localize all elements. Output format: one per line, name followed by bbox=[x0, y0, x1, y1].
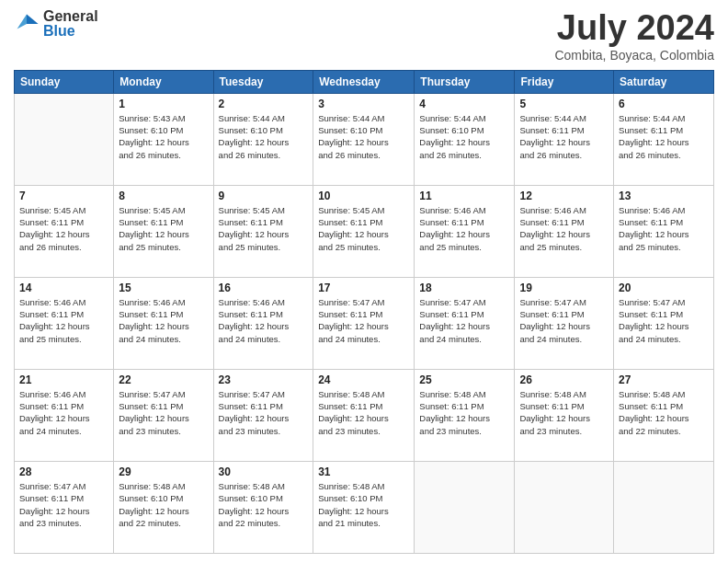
day-info: Sunrise: 5:47 AM Sunset: 6:11 PM Dayligh… bbox=[619, 296, 709, 345]
table-row: 30Sunrise: 5:48 AM Sunset: 6:10 PM Dayli… bbox=[213, 461, 313, 553]
day-number: 1 bbox=[119, 98, 208, 110]
day-number: 20 bbox=[619, 282, 709, 294]
table-row: 5Sunrise: 5:44 AM Sunset: 6:11 PM Daylig… bbox=[515, 93, 614, 185]
day-number: 19 bbox=[519, 282, 609, 294]
day-number: 31 bbox=[318, 465, 409, 478]
logo: General Blue bbox=[14, 9, 98, 39]
day-number: 29 bbox=[119, 465, 208, 478]
day-number: 24 bbox=[318, 373, 409, 386]
day-number: 16 bbox=[219, 282, 309, 294]
col-saturday: Saturday bbox=[614, 70, 714, 93]
day-info: Sunrise: 5:46 AM Sunset: 6:11 PM Dayligh… bbox=[619, 204, 709, 253]
day-info: Sunrise: 5:48 AM Sunset: 6:11 PM Dayligh… bbox=[318, 388, 409, 437]
table-row bbox=[415, 461, 515, 553]
day-info: Sunrise: 5:44 AM Sunset: 6:11 PM Dayligh… bbox=[619, 112, 709, 161]
table-row: 24Sunrise: 5:48 AM Sunset: 6:11 PM Dayli… bbox=[313, 369, 415, 461]
day-number: 28 bbox=[19, 465, 108, 478]
col-monday: Monday bbox=[114, 70, 213, 93]
table-row: 28Sunrise: 5:47 AM Sunset: 6:11 PM Dayli… bbox=[15, 461, 114, 553]
day-info: Sunrise: 5:45 AM Sunset: 6:11 PM Dayligh… bbox=[119, 204, 208, 253]
day-info: Sunrise: 5:44 AM Sunset: 6:10 PM Dayligh… bbox=[219, 112, 309, 161]
table-row bbox=[614, 461, 714, 553]
table-row: 12Sunrise: 5:46 AM Sunset: 6:11 PM Dayli… bbox=[515, 185, 614, 277]
day-info: Sunrise: 5:48 AM Sunset: 6:11 PM Dayligh… bbox=[419, 388, 509, 437]
day-info: Sunrise: 5:46 AM Sunset: 6:11 PM Dayligh… bbox=[119, 296, 208, 345]
calendar-row: 28Sunrise: 5:47 AM Sunset: 6:11 PM Dayli… bbox=[15, 461, 714, 553]
day-info: Sunrise: 5:45 AM Sunset: 6:11 PM Dayligh… bbox=[318, 204, 409, 253]
day-info: Sunrise: 5:44 AM Sunset: 6:10 PM Dayligh… bbox=[318, 112, 409, 161]
day-number: 2 bbox=[219, 98, 309, 110]
day-number: 10 bbox=[318, 190, 409, 202]
day-info: Sunrise: 5:45 AM Sunset: 6:11 PM Dayligh… bbox=[19, 204, 108, 253]
table-row: 10Sunrise: 5:45 AM Sunset: 6:11 PM Dayli… bbox=[313, 185, 415, 277]
table-row: 11Sunrise: 5:46 AM Sunset: 6:11 PM Dayli… bbox=[415, 185, 515, 277]
day-number: 21 bbox=[19, 373, 108, 386]
col-thursday: Thursday bbox=[415, 70, 515, 93]
logo-icon bbox=[14, 11, 40, 37]
table-row: 29Sunrise: 5:48 AM Sunset: 6:10 PM Dayli… bbox=[114, 461, 213, 553]
day-number: 18 bbox=[419, 282, 509, 294]
day-info: Sunrise: 5:46 AM Sunset: 6:11 PM Dayligh… bbox=[519, 204, 609, 253]
day-info: Sunrise: 5:48 AM Sunset: 6:11 PM Dayligh… bbox=[519, 388, 609, 437]
day-number: 23 bbox=[219, 373, 309, 386]
table-row: 6Sunrise: 5:44 AM Sunset: 6:11 PM Daylig… bbox=[614, 93, 714, 185]
day-info: Sunrise: 5:44 AM Sunset: 6:11 PM Dayligh… bbox=[519, 112, 609, 161]
table-row: 2Sunrise: 5:44 AM Sunset: 6:10 PM Daylig… bbox=[213, 93, 313, 185]
page: General Blue July 2024 Combita, Boyaca, … bbox=[0, 0, 728, 563]
table-row: 23Sunrise: 5:47 AM Sunset: 6:11 PM Dayli… bbox=[213, 369, 313, 461]
day-info: Sunrise: 5:47 AM Sunset: 6:11 PM Dayligh… bbox=[19, 480, 108, 529]
logo-blue-text: Blue bbox=[43, 24, 98, 39]
calendar-header-row: Sunday Monday Tuesday Wednesday Thursday… bbox=[15, 70, 714, 93]
col-wednesday: Wednesday bbox=[313, 70, 415, 93]
table-row: 14Sunrise: 5:46 AM Sunset: 6:11 PM Dayli… bbox=[15, 277, 114, 369]
calendar-table: Sunday Monday Tuesday Wednesday Thursday… bbox=[14, 70, 714, 554]
day-info: Sunrise: 5:45 AM Sunset: 6:11 PM Dayligh… bbox=[219, 204, 309, 253]
location: Combita, Boyaca, Colombia bbox=[554, 48, 714, 63]
day-number: 9 bbox=[219, 190, 309, 202]
table-row bbox=[515, 461, 614, 553]
table-row: 13Sunrise: 5:46 AM Sunset: 6:11 PM Dayli… bbox=[614, 185, 714, 277]
table-row: 22Sunrise: 5:47 AM Sunset: 6:11 PM Dayli… bbox=[114, 369, 213, 461]
day-number: 27 bbox=[619, 373, 709, 386]
day-info: Sunrise: 5:43 AM Sunset: 6:10 PM Dayligh… bbox=[119, 112, 208, 161]
col-tuesday: Tuesday bbox=[213, 70, 313, 93]
table-row: 4Sunrise: 5:44 AM Sunset: 6:10 PM Daylig… bbox=[415, 93, 515, 185]
col-friday: Friday bbox=[515, 70, 614, 93]
calendar-row: 7Sunrise: 5:45 AM Sunset: 6:11 PM Daylig… bbox=[15, 185, 714, 277]
day-info: Sunrise: 5:48 AM Sunset: 6:10 PM Dayligh… bbox=[318, 480, 409, 529]
day-info: Sunrise: 5:47 AM Sunset: 6:11 PM Dayligh… bbox=[119, 388, 208, 437]
day-info: Sunrise: 5:47 AM Sunset: 6:11 PM Dayligh… bbox=[419, 296, 509, 345]
table-row: 25Sunrise: 5:48 AM Sunset: 6:11 PM Dayli… bbox=[415, 369, 515, 461]
logo-general-text: General bbox=[43, 9, 98, 24]
day-info: Sunrise: 5:48 AM Sunset: 6:11 PM Dayligh… bbox=[619, 388, 709, 437]
day-info: Sunrise: 5:47 AM Sunset: 6:11 PM Dayligh… bbox=[219, 388, 309, 437]
table-row: 17Sunrise: 5:47 AM Sunset: 6:11 PM Dayli… bbox=[313, 277, 415, 369]
day-number: 4 bbox=[419, 98, 509, 110]
calendar-row: 21Sunrise: 5:46 AM Sunset: 6:11 PM Dayli… bbox=[15, 369, 714, 461]
day-number: 25 bbox=[419, 373, 509, 386]
calendar-row: 14Sunrise: 5:46 AM Sunset: 6:11 PM Dayli… bbox=[15, 277, 714, 369]
day-number: 3 bbox=[318, 98, 409, 110]
day-number: 26 bbox=[519, 373, 609, 386]
day-number: 8 bbox=[119, 190, 208, 202]
day-number: 6 bbox=[619, 98, 709, 110]
day-number: 7 bbox=[19, 190, 108, 202]
day-info: Sunrise: 5:44 AM Sunset: 6:10 PM Dayligh… bbox=[419, 112, 509, 161]
table-row: 20Sunrise: 5:47 AM Sunset: 6:11 PM Dayli… bbox=[614, 277, 714, 369]
day-number: 5 bbox=[519, 98, 609, 110]
table-row: 21Sunrise: 5:46 AM Sunset: 6:11 PM Dayli… bbox=[15, 369, 114, 461]
table-row: 8Sunrise: 5:45 AM Sunset: 6:11 PM Daylig… bbox=[114, 185, 213, 277]
day-info: Sunrise: 5:48 AM Sunset: 6:10 PM Dayligh… bbox=[119, 480, 208, 529]
calendar-row: 1Sunrise: 5:43 AM Sunset: 6:10 PM Daylig… bbox=[15, 93, 714, 185]
day-info: Sunrise: 5:46 AM Sunset: 6:11 PM Dayligh… bbox=[219, 296, 309, 345]
day-number: 30 bbox=[219, 465, 309, 478]
day-info: Sunrise: 5:46 AM Sunset: 6:11 PM Dayligh… bbox=[419, 204, 509, 253]
day-number: 12 bbox=[519, 190, 609, 202]
table-row: 7Sunrise: 5:45 AM Sunset: 6:11 PM Daylig… bbox=[15, 185, 114, 277]
day-number: 22 bbox=[119, 373, 208, 386]
table-row: 27Sunrise: 5:48 AM Sunset: 6:11 PM Dayli… bbox=[614, 369, 714, 461]
day-number: 15 bbox=[119, 282, 208, 294]
day-number: 14 bbox=[19, 282, 108, 294]
table-row bbox=[15, 93, 114, 185]
table-row: 31Sunrise: 5:48 AM Sunset: 6:10 PM Dayli… bbox=[313, 461, 415, 553]
